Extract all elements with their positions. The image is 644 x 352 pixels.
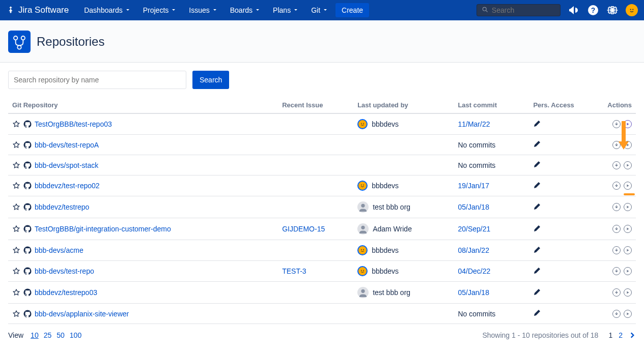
nav-item-dashboards[interactable]: Dashboards	[79, 3, 136, 17]
commit-date[interactable]: 20/Sep/21	[458, 225, 490, 233]
nav-item-boards[interactable]: Boards	[225, 3, 266, 17]
star-icon[interactable]	[12, 288, 20, 297]
view-opt-25[interactable]: 25	[44, 331, 52, 339]
svg-point-17	[361, 204, 365, 208]
edit-icon[interactable]	[533, 288, 541, 296]
action-reindex-icon[interactable]	[624, 161, 632, 169]
search-button[interactable]: Search	[192, 71, 229, 89]
commit-date[interactable]: 19/Jan/17	[458, 182, 489, 190]
repo-link[interactable]: bbbdevz/testrepo	[35, 203, 89, 211]
repo-search-input[interactable]	[8, 71, 186, 89]
action-download-icon[interactable]	[612, 288, 621, 297]
action-download-icon[interactable]	[612, 182, 621, 190]
commit-date[interactable]: 05/Jan/18	[458, 288, 489, 297]
col-header[interactable]: Git Repository	[8, 97, 278, 113]
github-icon	[23, 267, 32, 275]
page-next-icon[interactable]	[629, 332, 636, 339]
help-icon[interactable]: ?	[587, 4, 599, 16]
view-label: View	[8, 331, 23, 339]
nav-items: Dashboards Projects Issues Boards Plans …	[79, 3, 369, 17]
repo-link[interactable]: bbb-devs/applanix-site-viewer	[35, 310, 129, 318]
commit-date[interactable]: 04/Dec/22	[458, 267, 490, 275]
star-icon[interactable]	[12, 182, 20, 190]
edit-icon[interactable]	[533, 120, 541, 128]
user-avatar[interactable]	[626, 4, 638, 16]
page-1[interactable]: 1	[608, 331, 612, 339]
edit-icon[interactable]	[533, 309, 541, 317]
edit-icon[interactable]	[533, 267, 541, 275]
issue-link[interactable]: TEST-3	[282, 267, 306, 275]
nav-item-projects[interactable]: Projects	[138, 3, 182, 17]
view-opt-50[interactable]: 50	[57, 331, 65, 339]
table-footer: View 102550100 Showing 1 - 10 repositori…	[8, 324, 636, 349]
page-2[interactable]: 2	[619, 331, 623, 339]
action-download-icon[interactable]	[612, 267, 621, 275]
action-download-icon[interactable]	[612, 310, 621, 318]
announce-icon[interactable]	[568, 4, 580, 16]
action-reindex-icon[interactable]	[624, 310, 632, 318]
commit-date[interactable]: 11/Mar/22	[458, 120, 490, 128]
star-icon[interactable]	[12, 267, 20, 275]
view-opt-10[interactable]: 10	[31, 331, 39, 339]
svg-point-6	[630, 9, 631, 10]
commit-date[interactable]: 08/Jan/22	[458, 246, 489, 254]
create-button[interactable]: Create	[335, 3, 369, 17]
nav-item-plans[interactable]: Plans	[268, 3, 304, 17]
settings-icon[interactable]	[606, 4, 619, 16]
brand-logo[interactable]: Jira Software	[6, 5, 69, 15]
col-header[interactable]: Actions	[585, 97, 636, 113]
action-download-icon[interactable]	[612, 203, 621, 211]
action-reindex-icon[interactable]	[624, 182, 632, 190]
user-name: bbbdevs	[372, 267, 399, 275]
star-icon[interactable]	[12, 246, 20, 254]
repo-link[interactable]: TestOrgBBB/git-integration-customer-demo	[35, 225, 171, 233]
star-icon[interactable]	[12, 310, 20, 318]
brand-text: Jira Software	[18, 5, 69, 15]
star-icon[interactable]	[12, 203, 20, 211]
col-header[interactable]: Recent Issue	[278, 97, 353, 113]
repo-link[interactable]: bbbdevz/testrepo03	[35, 288, 97, 297]
issue-link[interactable]: GIJDEMO-15	[282, 225, 325, 233]
view-opt-100[interactable]: 100	[70, 331, 81, 339]
action-reindex-icon[interactable]	[624, 225, 632, 233]
global-search-input[interactable]	[492, 6, 555, 14]
nav-item-issues[interactable]: Issues	[184, 3, 222, 17]
svg-point-23	[361, 289, 365, 293]
repo-link[interactable]: bbbdevz/test-repo02	[35, 182, 100, 190]
col-header[interactable]: Pers. Access	[529, 97, 585, 113]
commit-none: No commits	[458, 161, 495, 169]
repo-link[interactable]: bbb-devs/acme	[35, 246, 83, 254]
edit-icon[interactable]	[533, 224, 541, 232]
table-row: TestOrgBBB/git-integration-customer-demo…	[8, 218, 636, 240]
star-icon[interactable]	[12, 141, 20, 149]
action-download-icon[interactable]	[612, 246, 621, 254]
commit-date[interactable]: 05/Jan/18	[458, 203, 489, 211]
github-icon	[23, 182, 32, 190]
star-icon[interactable]	[12, 225, 20, 233]
edit-icon[interactable]	[533, 160, 541, 168]
table-row: bbbdevz/test-repo02 bbbdevs 19/Jan/17	[8, 175, 636, 196]
edit-icon[interactable]	[533, 140, 541, 148]
edit-icon[interactable]	[533, 246, 541, 254]
nav-item-git[interactable]: Git	[306, 3, 333, 17]
star-icon[interactable]	[12, 120, 20, 128]
star-icon[interactable]	[12, 161, 20, 169]
edit-icon[interactable]	[533, 181, 541, 189]
user-avatar-icon	[357, 119, 368, 129]
edit-icon[interactable]	[533, 202, 541, 211]
repo-link[interactable]: TestOrgBBB/test-repo03	[35, 120, 112, 128]
action-download-icon[interactable]	[612, 161, 621, 169]
repo-link[interactable]: bbb-devs/test-repoA	[35, 141, 99, 149]
global-search[interactable]	[477, 4, 561, 16]
repositories-icon	[8, 31, 31, 53]
col-header[interactable]: Last updated by	[353, 97, 454, 113]
action-reindex-icon[interactable]	[624, 288, 632, 297]
action-download-icon[interactable]	[612, 225, 621, 233]
repo-link[interactable]: bbb-devs/test-repo	[35, 267, 94, 275]
col-header[interactable]: Last commit	[454, 97, 529, 113]
action-reindex-icon[interactable]	[624, 203, 632, 211]
search-icon	[482, 6, 489, 14]
repo-link[interactable]: bbb-devs/spot-stack	[35, 161, 98, 169]
action-reindex-icon[interactable]	[624, 246, 632, 254]
action-reindex-icon[interactable]	[624, 267, 632, 275]
